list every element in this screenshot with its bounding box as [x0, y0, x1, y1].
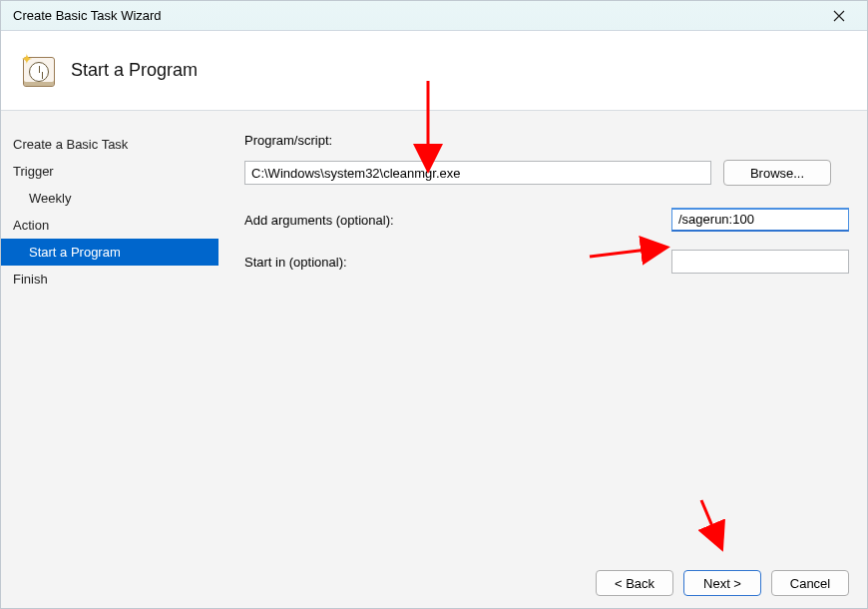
step-trigger[interactable]: Trigger — [1, 158, 218, 185]
step-action[interactable]: Action — [1, 212, 218, 239]
window-title: Create Basic Task Wizard — [13, 8, 162, 23]
step-start-a-program[interactable]: Start a Program — [1, 239, 218, 266]
program-script-input[interactable] — [244, 161, 711, 185]
form-area: Program/script: Browse... Add arguments … — [218, 111, 867, 558]
step-finish[interactable]: Finish — [1, 266, 218, 293]
add-arguments-input[interactable] — [671, 208, 849, 232]
page-title: Start a Program — [71, 60, 198, 81]
wizard-steps-sidebar: Create a Basic Task Trigger Weekly Actio… — [1, 111, 218, 558]
cancel-button[interactable]: Cancel — [771, 570, 849, 596]
add-arguments-label: Add arguments (optional): — [244, 213, 651, 228]
task-scheduler-icon: ✦ — [19, 51, 59, 91]
start-in-input[interactable] — [671, 250, 849, 274]
wizard-header: ✦ Start a Program — [1, 31, 867, 111]
next-button[interactable]: Next > — [683, 570, 761, 596]
start-in-label: Start in (optional): — [244, 255, 651, 270]
step-weekly[interactable]: Weekly — [1, 185, 218, 212]
close-button[interactable] — [819, 5, 859, 27]
wizard-footer: < Back Next > Cancel — [1, 558, 867, 608]
back-button[interactable]: < Back — [596, 570, 673, 596]
titlebar: Create Basic Task Wizard — [1, 1, 867, 31]
browse-button[interactable]: Browse... — [723, 160, 831, 186]
program-script-label: Program/script: — [244, 133, 849, 148]
step-create-basic-task[interactable]: Create a Basic Task — [1, 131, 218, 158]
wizard-body: Create a Basic Task Trigger Weekly Actio… — [1, 111, 867, 558]
